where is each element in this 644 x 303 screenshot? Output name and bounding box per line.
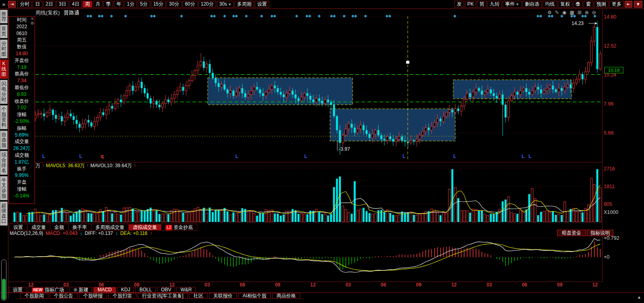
sidebar-item-综合排名[interactable]: 综合排名 bbox=[0, 151, 8, 175]
tab-设置[interactable]: 设置 bbox=[9, 287, 27, 293]
toolbar-button-简[interactable]: 简 bbox=[477, 1, 487, 8]
sidebar-item-个股资料[interactable]: 个股资料 bbox=[0, 105, 8, 129]
sidebar-item-闪电分时[interactable]: 闪电分时 bbox=[0, 80, 8, 104]
tab-新建[interactable]: ⊕新建 bbox=[69, 287, 92, 293]
period-button-年[interactable]: 年 bbox=[114, 1, 124, 8]
tab-OBV[interactable]: OBV bbox=[157, 287, 175, 293]
period-button-日[interactable]: 日 bbox=[33, 1, 42, 8]
arrow-icon: ↓ bbox=[80, 230, 82, 236]
sidebar-item-自选股[interactable]: 自选股 bbox=[0, 131, 8, 149]
svg-text:q: q bbox=[101, 154, 103, 159]
tab-指标广场[interactable]: NEW指标广场 bbox=[28, 287, 68, 293]
period-button-2日[interactable]: 2日 bbox=[43, 1, 56, 8]
toolbar-button-删自选[interactable]: 删自选 bbox=[522, 1, 542, 8]
toolbar-button-更多[interactable]: 更多 bbox=[609, 1, 624, 8]
tab-多周期成交量[interactable]: 多周期成交量 bbox=[91, 224, 129, 230]
close-icon[interactable]: ✕ bbox=[31, 17, 34, 21]
news-tab-关联报价[interactable]: 关联报价 bbox=[209, 293, 237, 299]
news-tab-个股研报[interactable]: 个股研报 bbox=[79, 293, 107, 299]
period-button-季[interactable]: 季 bbox=[103, 1, 113, 8]
dropdown-icon[interactable]: ▼ bbox=[634, 1, 642, 8]
tab-KDJ[interactable]: KDJ bbox=[117, 287, 134, 293]
tab-资金抄底[interactable]: L2资金抄底 bbox=[161, 224, 197, 230]
toolbar-button-叠[interactable]: 叠 bbox=[573, 1, 583, 8]
period-button-1分[interactable]: 1分 bbox=[124, 1, 137, 8]
tab-BOLL[interactable]: BOLL bbox=[135, 287, 156, 293]
back-to-top-icon[interactable]: ▲ bbox=[637, 295, 641, 299]
eye-icon[interactable]: ◉ bbox=[562, 10, 566, 15]
toolbar-button-PK[interactable]: PK bbox=[465, 1, 476, 8]
svg-text:L: L bbox=[522, 154, 524, 159]
info-line: -0.14% bbox=[9, 193, 35, 199]
trash-icon[interactable]: ▦ bbox=[570, 10, 574, 15]
news-tab-个股新闻[interactable]: 个股新闻 bbox=[20, 293, 48, 299]
toolbar-button-窗[interactable]: 窗 bbox=[584, 1, 593, 8]
period-button-月[interactable]: 月 bbox=[93, 1, 103, 8]
vertical-scrollbar[interactable] bbox=[1, 259, 6, 301]
toolbar-button-均线[interactable]: 均线 bbox=[543, 1, 557, 8]
period-button-60分[interactable]: 60分 bbox=[182, 1, 197, 8]
period-button-分时[interactable]: 分时 bbox=[17, 1, 32, 8]
window-icon[interactable]: ⊞ bbox=[578, 10, 582, 15]
tab-成交量[interactable]: 成交量 bbox=[27, 224, 50, 230]
x-axis-label: 12 bbox=[310, 282, 316, 288]
toolbar-button-发[interactable]: 发 bbox=[454, 1, 464, 8]
period-button-5分[interactable]: 5分 bbox=[138, 1, 150, 8]
new-badge: NEW bbox=[32, 288, 43, 293]
svg-text:L: L bbox=[235, 154, 238, 159]
sidebar-item-牛叉诊股[interactable]: 牛叉诊股 bbox=[0, 176, 8, 200]
sidebar-item-K线图[interactable]: K线图 bbox=[0, 60, 8, 79]
news-tab-个股扫雷[interactable]: 个股扫雷 bbox=[108, 293, 136, 299]
collapse-left-icon[interactable]: ⇤ bbox=[625, 1, 632, 8]
tab-金额[interactable]: 金额 bbox=[50, 224, 68, 230]
period-button-3日[interactable]: 3日 bbox=[56, 1, 69, 8]
period-button-4日[interactable]: 4日 bbox=[70, 1, 82, 8]
toolbar-button-九转[interactable]: 九转 bbox=[487, 1, 502, 8]
sidebar-item-推荐[interactable]: 推荐 bbox=[0, 10, 8, 23]
info-line: 周五 bbox=[9, 37, 35, 44]
toolbar-button-复权[interactable]: 复权 bbox=[558, 1, 572, 8]
gear-icon[interactable]: ⚙ bbox=[31, 21, 34, 25]
period-button-30分[interactable]: 30分 bbox=[167, 1, 182, 8]
plus-circle-icon: ⊕ bbox=[73, 287, 77, 293]
jump-to-latest-icon[interactable]: ⇥ bbox=[8, 1, 16, 8]
news-tab-AI相似个股[interactable]: AI相似个股 bbox=[238, 293, 271, 299]
period-button-30s[interactable]: 30s▼ bbox=[217, 1, 234, 8]
tab-换手率[interactable]: 换手率 bbox=[68, 224, 91, 230]
news-tab-社区[interactable]: 社区 bbox=[189, 293, 208, 299]
toolbar-button-事件[interactable]: 事件▼ bbox=[503, 1, 522, 8]
zoom-out-icon[interactable]: ⊖ bbox=[592, 10, 596, 15]
expand-sidebar-icon[interactable]: » bbox=[0, 1, 7, 7]
info-line: 开盘 bbox=[9, 179, 35, 186]
zoom-in-icon[interactable]: ⊕ bbox=[585, 10, 589, 15]
chart-type-label: 周线(复权) bbox=[35, 10, 60, 16]
gear-icon[interactable]: ⚙ bbox=[547, 10, 552, 15]
news-tab-bar: 个股新闻个股公告个股研报个股扫雷行业资讯[军工装备]社区关联报价AI相似个股商品… bbox=[20, 293, 300, 299]
volume-indicator-row: 万↑MAVOL5: 36.63万↑MAVOL10: 39.64万↑ bbox=[35, 162, 138, 169]
sidebar-item-分时图[interactable]: 分时图 bbox=[0, 39, 8, 58]
dark-pool-funds-button[interactable]: 暗盘资金 bbox=[557, 230, 586, 236]
x-axis-label: 03 bbox=[345, 282, 351, 288]
chevron-down-icon: ▼ bbox=[516, 2, 519, 6]
period-button-多周期[interactable]: 多周期 bbox=[235, 1, 254, 8]
tab-W&R[interactable]: W&R bbox=[176, 287, 196, 293]
info-line: -2.50% bbox=[9, 118, 35, 125]
toolbar-button-预测[interactable]: 预测 bbox=[594, 1, 609, 8]
svg-text:L: L bbox=[42, 154, 45, 159]
tab-虚拟成交量[interactable]: 虚拟成交量 bbox=[129, 224, 161, 230]
sidebar-item-首页[interactable]: 首页 bbox=[0, 25, 8, 38]
tab-MACD[interactable]: MACD bbox=[93, 287, 116, 293]
tab-设置[interactable]: 设置 bbox=[9, 224, 27, 230]
news-tab-个股公告[interactable]: 个股公告 bbox=[50, 293, 78, 299]
period-button-设置[interactable]: 设置 bbox=[255, 1, 269, 8]
scrollbar-thumb[interactable] bbox=[2, 279, 6, 300]
news-tab-商品价格[interactable]: 商品价格 bbox=[272, 293, 300, 299]
chart-canvas[interactable]: LLqLLLLLL bbox=[0, 0, 644, 303]
indicator-help-button[interactable]: 指标说明 bbox=[587, 230, 613, 236]
period-button-120分[interactable]: 120分 bbox=[198, 1, 216, 8]
news-tab-行业资讯[军工装备][interactable]: 行业资讯[军工装备] bbox=[138, 293, 188, 299]
sidebar-item-超级盘口[interactable]: 超级盘口 bbox=[0, 201, 8, 226]
period-button-15分[interactable]: 15分 bbox=[151, 1, 166, 8]
period-button-周[interactable]: 周 bbox=[83, 1, 92, 8]
pencil-icon[interactable]: ✎ bbox=[555, 10, 559, 15]
